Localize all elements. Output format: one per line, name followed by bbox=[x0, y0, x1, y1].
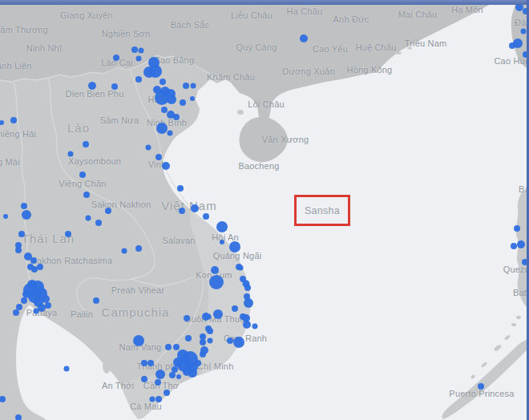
map-label-van-xuong: Văn Xương bbox=[262, 135, 309, 144]
map-label-vieng-chan: Viêng Chăn bbox=[59, 179, 106, 188]
map-label-lieu-chau: Liễu Châu bbox=[231, 10, 273, 20]
map-label-anh-đuc: Anh Đức bbox=[333, 14, 369, 24]
map-label-kon-tum: Kon Tum bbox=[196, 270, 232, 280]
label-layer: Giang XuyênLâm ThươngBách SắcLiễu ChâuHạ… bbox=[0, 0, 529, 420]
map-label-salavan: Salavan bbox=[162, 236, 195, 245]
map-label-mai-chau: Mai Châu bbox=[398, 10, 438, 19]
map-label-viet-nam: Việt Nam bbox=[161, 199, 216, 212]
map-label-ninh-nhi: Ninh Nhĩ bbox=[26, 43, 62, 53]
map-label-dien-bien-phu: Dien Bien Phu bbox=[66, 89, 124, 99]
map-label-ha-noi: Hà Nội bbox=[148, 95, 176, 104]
map-label-xaysomboun: Xaysomboun bbox=[68, 156, 121, 166]
map-label-ninh-binh: Ninh Bình bbox=[147, 118, 187, 127]
map-label-sakon-nakhon: Sakon Nakhon bbox=[91, 200, 151, 209]
map-label-vinh: Vinh bbox=[148, 160, 167, 169]
map-label-loi-chau: Lôi Châu bbox=[248, 99, 285, 109]
map-label-preah-vihear: Preah Vihear bbox=[111, 285, 164, 295]
map-label-quang-ngai: Quảng Ngãi bbox=[213, 251, 262, 260]
map-label-chieng-hai: Chiềng Hải bbox=[0, 129, 36, 139]
map-label-thanh-pho-ho-chi-minh: Thành phố Hồ Chí Minh bbox=[137, 361, 234, 371]
map-label-cao-hung: Cao Hùng bbox=[494, 56, 529, 66]
map-label-bach-sac: Bách Sắc bbox=[171, 20, 210, 30]
map-label-chieng-mai: Chiềng Mài bbox=[0, 157, 20, 167]
map-label-baocheng: Baocheng bbox=[238, 161, 279, 171]
sansha-label: Sansha bbox=[305, 205, 340, 216]
map-label-an-thoi: An Thới bbox=[102, 381, 134, 390]
map-label-campuchia: Campuchia bbox=[102, 305, 170, 319]
map-label-nakhon-ratchasima: Nakhon Ratchasima bbox=[30, 256, 112, 265]
map-label-buon-ma-thuot: Buôn Ma Thuột bbox=[185, 314, 248, 324]
map-label-sam-nua: Sầm Nưa bbox=[100, 115, 139, 125]
map-label-cam-ranh: Cam Ranh bbox=[224, 333, 267, 343]
map-label-kham-chau: Khâm Châu bbox=[207, 72, 255, 82]
map-label-puerto-princesa: Puerto Princesa bbox=[449, 389, 514, 398]
map-label-can-tho: Cần Thơ bbox=[143, 381, 180, 390]
map-label-lao-cai: Lào Cai bbox=[101, 58, 132, 67]
map-label-duong-xuan: Dương Xuân bbox=[282, 67, 335, 76]
sansha-highlight-box: Sansha bbox=[294, 195, 350, 226]
map-label-ha-mon: Hạ Môn bbox=[451, 5, 483, 14]
map-label-cao-bang: Cao Bằng bbox=[154, 55, 195, 65]
map-label-giang-xuyen: Giang Xuyên bbox=[60, 10, 113, 20]
map-label-trieu-nam: Triều Nam bbox=[405, 38, 447, 48]
map-label-ca-mau: Cà Mau bbox=[130, 402, 162, 411]
map-label-cao-yeu: Cao Yếu bbox=[313, 44, 348, 54]
map-label-thai-lan: Thái Lan bbox=[22, 232, 75, 245]
map-label-quezon-city: Quezon City bbox=[503, 265, 529, 274]
map-label-quy-cang: Quý Cảng bbox=[236, 42, 277, 52]
map-label-hong-kong: Hồng Kông bbox=[347, 65, 393, 75]
map-label-lao: Lào bbox=[67, 121, 90, 135]
map-label-ha-chau: Hạ Châu bbox=[287, 6, 323, 16]
map-label-pailin: Pailin bbox=[71, 309, 93, 319]
map-label-pattaya: Pattaya bbox=[26, 308, 58, 317]
map-label-nghien-son: Nghiền Sơn bbox=[102, 29, 151, 38]
map-label-hoi-an: Hội An bbox=[212, 232, 239, 242]
map-label-hue-chau: Huệ Châu bbox=[355, 42, 396, 52]
map-label-nam-vang: Nam Vang bbox=[119, 342, 162, 352]
map-label-manh-lien: Mãnh Liên bbox=[0, 61, 32, 71]
map-label-lam-thuong: Lâm Thương bbox=[0, 25, 48, 34]
map-screen: Giang XuyênLâm ThươngBách SắcLiễu ChâuHạ… bbox=[0, 0, 529, 420]
window-top-edge bbox=[0, 0, 529, 5]
